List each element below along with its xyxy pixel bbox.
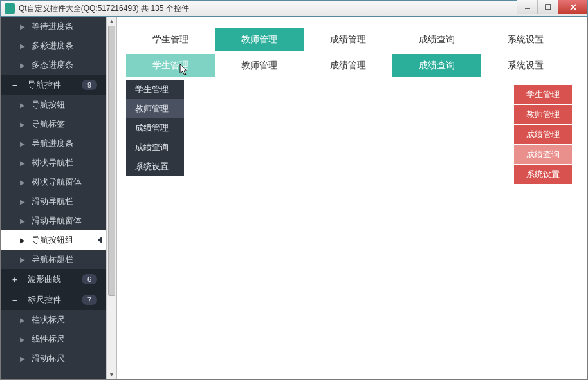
svg-rect-1 (546, 5, 551, 10)
sidebar-group[interactable]: +波形曲线6 (1, 269, 106, 290)
sidebar-item-label: 多态进度条 (32, 59, 73, 71)
red-nav-item[interactable]: 学生管理 (514, 85, 572, 104)
window-title: Qt自定义控件大全(QQ:517216493) 共 135 个控件 (19, 3, 189, 14)
sidebar-item[interactable]: ▶导航标签 (1, 115, 106, 134)
sidebar-item-label: 导航按钮 (32, 99, 65, 111)
sidebar-item-label: 树状导航窗体 (32, 176, 82, 188)
nav-tab[interactable]: 系统设置 (481, 28, 570, 51)
maximize-button[interactable] (537, 0, 558, 14)
cursor-icon (179, 63, 190, 77)
sidebar-group[interactable]: −标尺控件7 (1, 290, 106, 310)
sidebar-item-label: 多彩进度条 (32, 40, 73, 51)
scrollbar-thumb[interactable] (108, 26, 115, 296)
app-icon (5, 3, 15, 14)
triangle-right-icon: ▶ (20, 23, 25, 30)
sidebar-item[interactable]: ▶导航标题栏 (1, 250, 106, 269)
sidebar-group-label: 波形曲线 (28, 274, 61, 285)
nav-tab[interactable]: 教师管理 (215, 54, 304, 77)
triangle-right-icon: ▶ (20, 160, 25, 167)
nav-tab[interactable]: 学生管理 (126, 54, 215, 77)
nav-tab[interactable]: 系统设置 (481, 54, 570, 77)
sidebar-group-label: 导航控件 (28, 79, 61, 91)
sidebar-item[interactable]: ▶等待进度条 (1, 17, 106, 36)
plus-icon: + (12, 275, 21, 284)
red-nav: 学生管理教师管理成绩管理成绩查询系统设置 (514, 85, 572, 185)
dropdown-item[interactable]: 系统设置 (126, 157, 184, 176)
triangle-right-icon: ▶ (20, 256, 25, 263)
sidebar-item-label: 导航标题栏 (32, 254, 73, 265)
sidebar-item[interactable]: ▶柱状标尺 (1, 310, 106, 330)
red-nav-item[interactable]: 教师管理 (514, 105, 572, 124)
sidebar-item[interactable]: ▶树状导航窗体 (1, 172, 106, 192)
nav-tab[interactable]: 成绩管理 (304, 54, 392, 77)
badge: 9 (82, 80, 97, 90)
triangle-right-icon: ▶ (20, 140, 25, 147)
sidebar-item[interactable]: ▶导航按钮 (1, 95, 106, 115)
sidebar-item-label: 柱状标尺 (32, 314, 65, 326)
sidebar-item[interactable]: ▶滑动导航窗体 (1, 211, 106, 230)
sidebar-item[interactable]: ▶树状导航栏 (1, 153, 106, 172)
triangle-right-icon: ▶ (20, 317, 25, 324)
sidebar-item-label: 滑动导航窗体 (32, 215, 82, 227)
minus-icon: − (12, 80, 21, 90)
triangle-right-icon: ▶ (20, 336, 25, 343)
sidebar: ▶等待进度条▶多彩进度条▶多态进度条−导航控件9▶导航按钮▶导航标签▶导航进度条… (1, 17, 116, 379)
triangle-right-icon: ▶ (20, 198, 25, 205)
triangle-right-icon: ▶ (20, 355, 25, 362)
triangle-right-icon: ▶ (20, 42, 25, 50)
scroll-down-icon[interactable]: ▼ (107, 370, 116, 379)
sidebar-item[interactable]: ▶多态进度条 (1, 55, 106, 75)
badge: 7 (82, 295, 97, 305)
red-nav-item[interactable]: 系统设置 (514, 165, 572, 184)
sidebar-item-label: 线性标尺 (32, 333, 65, 345)
badge: 6 (82, 274, 97, 284)
sidebar-item-label: 导航标签 (32, 118, 65, 130)
minimize-button[interactable] (517, 0, 537, 14)
nav-tab[interactable]: 教师管理 (215, 28, 304, 51)
nav-tab[interactable]: 成绩查询 (392, 54, 481, 77)
sidebar-item[interactable]: ▶线性标尺 (1, 330, 106, 349)
triangle-right-icon: ▶ (20, 121, 25, 128)
triangle-right-icon: ▶ (20, 237, 25, 244)
sidebar-item-label: 滑动导航栏 (32, 196, 73, 207)
sidebar-item-label: 导航按钮组 (32, 234, 73, 246)
sidebar-item-label: 滑动标尺 (32, 353, 65, 364)
nav-tab[interactable]: 学生管理 (126, 28, 215, 51)
sidebar-item[interactable]: ▶滑动标尺 (1, 349, 106, 368)
sidebar-group[interactable]: −导航控件9 (1, 75, 106, 95)
triangle-right-icon: ▶ (20, 62, 25, 69)
sidebar-item[interactable]: ▶导航进度条 (1, 134, 106, 153)
red-nav-item[interactable]: 成绩查询 (514, 145, 572, 164)
content-area: 学生管理教师管理成绩管理成绩查询系统设置 学生管理教师管理成绩管理成绩查询系统设… (116, 17, 587, 379)
triangle-right-icon: ▶ (20, 179, 25, 186)
close-button[interactable] (558, 0, 587, 14)
nav-tab[interactable]: 成绩管理 (304, 28, 392, 51)
sidebar-item-label: 导航进度条 (32, 138, 73, 149)
sidebar-item-label: 等待进度条 (32, 21, 73, 32)
triangle-right-icon: ▶ (20, 102, 25, 109)
dropdown-item[interactable]: 学生管理 (126, 80, 184, 99)
dropdown-item[interactable]: 成绩管理 (126, 118, 184, 138)
sidebar-item-label: 树状导航栏 (32, 157, 73, 169)
sidebar-item[interactable]: ▶多彩进度条 (1, 36, 106, 55)
triangle-right-icon: ▶ (20, 218, 25, 225)
scroll-up-icon[interactable]: ▲ (107, 17, 116, 26)
nav-tab[interactable]: 成绩查询 (392, 28, 481, 51)
window-titlebar: Qt自定义控件大全(QQ:517216493) 共 135 个控件 (0, 0, 588, 17)
sidebar-item[interactable]: ▶导航按钮组 (1, 230, 106, 250)
minus-icon: − (12, 295, 21, 305)
dropdown-menu: 学生管理教师管理成绩管理成绩查询系统设置 (126, 80, 184, 176)
sidebar-group-label: 标尺控件 (28, 294, 61, 306)
dropdown-item[interactable]: 教师管理 (126, 99, 184, 118)
sidebar-scrollbar[interactable]: ▲ ▼ (106, 17, 116, 379)
nav-row-1: 学生管理教师管理成绩管理成绩查询系统设置 (117, 28, 587, 51)
dropdown-item[interactable]: 成绩查询 (126, 138, 184, 157)
red-nav-item[interactable]: 成绩管理 (514, 125, 572, 144)
sidebar-item[interactable]: ▶滑动导航栏 (1, 192, 106, 211)
